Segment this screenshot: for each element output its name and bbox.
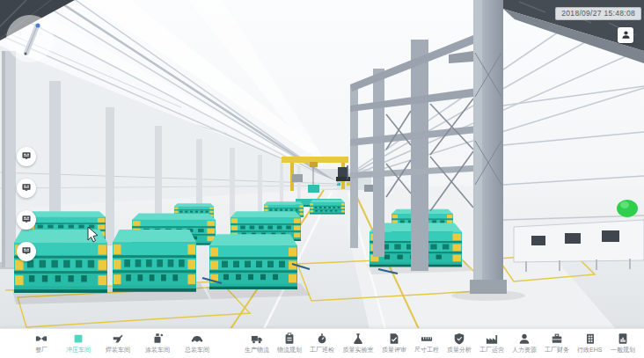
dashboard-icon	[21, 244, 32, 259]
toolbar-item-label: 生产物流	[245, 346, 269, 354]
production-logistics-icon	[251, 332, 263, 345]
stamping-shop-icon	[72, 332, 84, 345]
dimension-engineering-icon	[421, 332, 433, 345]
datetime-display: 2018/09/27 15:48:08	[555, 7, 641, 20]
toolbar-item-label: 工厂财务	[545, 346, 569, 354]
toolbar-item-label: 尺寸工程	[414, 346, 439, 354]
toolbar-item-label: 冲压车间	[66, 346, 91, 354]
scene-light-widget	[6, 15, 54, 62]
toolbar-item-plant[interactable]: 整厂	[30, 332, 53, 355]
toolbar-item-quality-lab[interactable]: 质量实验室	[340, 332, 376, 355]
assembly-shop-icon	[191, 332, 203, 345]
toolbar-item-stamping-shop[interactable]: 冲压车间	[64, 332, 92, 355]
side-button-1[interactable]	[17, 147, 36, 166]
factory-inspection-icon	[316, 332, 328, 345]
factory-operations-icon	[486, 332, 498, 345]
toolbar-item-label: 焊装车间	[106, 346, 130, 354]
toolbar-item-label: 质量实验室	[343, 346, 374, 354]
side-button-2[interactable]	[17, 179, 36, 198]
paint-shop-icon	[151, 332, 164, 345]
toolbar-item-hr[interactable]: 人力资源	[510, 332, 538, 355]
forklift	[336, 165, 350, 181]
toolbar-item-logistics-planning[interactable]: 物流规划	[275, 332, 304, 355]
toolbar-item-label: 一般规划	[611, 346, 635, 354]
toolbar-item-production-logistics[interactable]: 生产物流	[243, 332, 271, 355]
toolbar-item-label: 质量评审	[382, 346, 406, 354]
toolbar-item-ehs[interactable]: 行政EHS	[575, 332, 604, 355]
general-planning-icon	[617, 332, 629, 345]
quality-review-icon	[388, 332, 400, 345]
toolbar-item-label: 工厂巡检	[310, 346, 334, 354]
toolbar-item-factory-operations[interactable]: 工厂运营	[478, 332, 506, 355]
toolbar-item-welding-shop[interactable]: 焊装车间	[104, 332, 132, 355]
quality-analysis-icon	[453, 332, 465, 345]
function-nav-group: 生产物流物流规划工厂巡检质量实验室质量评审尺寸工程质量分析工厂运营人力资源工厂财…	[243, 332, 644, 355]
workshop-nav-group: 整厂冲压车间焊装车间涂装车间总装车间	[0, 332, 211, 355]
user-button[interactable]	[618, 27, 633, 43]
toolbar-item-dimension-engineering[interactable]: 尺寸工程	[413, 332, 441, 355]
side-button-3[interactable]	[17, 210, 36, 230]
app-window: 2018/09/27 15:48:08 整厂冲压车间焊装车间涂装车间总装车间 生…	[0, 0, 644, 358]
toolbar-item-factory-finance[interactable]: 工厂财务	[543, 332, 571, 355]
plant-icon	[35, 332, 48, 345]
ehs-icon	[584, 332, 596, 345]
toolbar-item-label: 人力资源	[512, 346, 537, 354]
toolbar-item-general-planning[interactable]: 一般规划	[609, 332, 637, 355]
3d-scene-viewport[interactable]	[0, 0, 644, 329]
toolbar-item-label: 整厂	[35, 346, 48, 354]
dashboard-icon	[21, 212, 32, 228]
hr-icon	[518, 332, 531, 345]
status-indicator-green	[617, 200, 638, 217]
toolbar-item-quality-review[interactable]: 质量评审	[380, 332, 408, 355]
factory-finance-icon	[551, 332, 563, 345]
dashboard-icon	[21, 149, 32, 164]
toolbar-item-label: 物流规划	[277, 346, 302, 354]
user-icon	[621, 27, 631, 43]
bottom-toolbar: 整厂冲压车间焊装车间涂装车间总装车间 生产物流物流规划工厂巡检质量实验室质量评审…	[0, 328, 644, 358]
toolbar-item-factory-inspection[interactable]: 工厂巡检	[308, 332, 336, 355]
toolbar-item-paint-shop[interactable]: 涂装车间	[143, 332, 172, 355]
toolbar-item-label: 涂装车间	[145, 346, 170, 354]
quality-lab-icon	[352, 332, 364, 345]
logistics-planning-icon	[283, 332, 296, 345]
toolbar-item-label: 总装车间	[185, 346, 209, 354]
welding-shop-icon	[112, 332, 124, 345]
toolbar-item-quality-analysis[interactable]: 质量分析	[445, 332, 473, 355]
toolbar-item-label: 工厂运营	[479, 346, 504, 354]
toolbar-item-label: 质量分析	[447, 346, 472, 354]
dashboard-icon	[21, 180, 32, 196]
toolbar-item-label: 行政EHS	[577, 346, 603, 354]
side-button-4[interactable]	[17, 242, 36, 261]
3d-scene	[0, 0, 644, 329]
toolbar-item-assembly-shop[interactable]: 总装车间	[183, 332, 211, 355]
